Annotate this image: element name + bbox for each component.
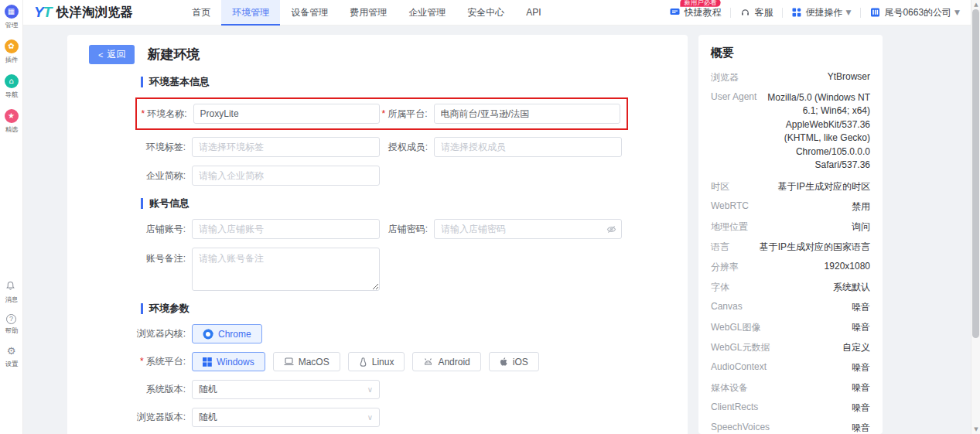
section-env-params: 环境参数 <box>141 303 688 314</box>
summary-row-font: 字体 系统默认 <box>711 281 870 294</box>
linux-icon <box>359 357 367 367</box>
summary-row-webgl-metadata: WebGL元数据 自定义 <box>711 341 870 354</box>
os-platform-macos-button[interactable]: MacOS <box>273 352 340 371</box>
windows-icon <box>203 357 212 367</box>
env-tag-input[interactable] <box>192 137 380 157</box>
navigation-icon: ⌂ <box>5 74 19 88</box>
rail-label: 设置 <box>5 360 18 369</box>
summary-row-speechvoices: SpeechVoices 噪音 <box>711 422 870 434</box>
yt-logo-icon: YT <box>34 4 51 21</box>
support-label: 客服 <box>754 6 773 19</box>
new-user-badge: 新用户必看 <box>681 0 721 6</box>
rail-item-plugin[interactable]: ✿ 插件 <box>5 39 19 65</box>
highlight-box: 环境名称: 所属平台: <box>135 97 628 130</box>
company-icon <box>870 8 880 17</box>
summary-row-language: 语言 基于IP生成对应的国家语言 <box>711 241 870 254</box>
rail-item-messages[interactable]: 消息 <box>5 281 19 305</box>
rail-label: 精选 <box>5 125 18 135</box>
auth-member-label: 授权成员: <box>380 141 428 154</box>
apple-icon <box>500 357 508 367</box>
os-platform-android-label: Android <box>438 357 470 367</box>
nav-security-center[interactable]: 安全中心 <box>456 0 515 26</box>
featured-icon: ★ <box>5 109 19 123</box>
browser-core-chrome-label: Chrome <box>218 329 251 340</box>
rail-item-manage[interactable]: ▦ 管理 <box>5 5 19 30</box>
macos-icon <box>284 357 294 366</box>
rail-label: 插件 <box>5 56 18 65</box>
main-nav: 首页 环境管理 设备管理 费用管理 企业管理 安全中心 API <box>181 0 551 26</box>
auth-member-input[interactable] <box>434 137 622 157</box>
scroll-up-button[interactable]: ▲ <box>971 0 980 9</box>
nav-billing-management[interactable]: 费用管理 <box>339 0 398 26</box>
scroll-down-button[interactable]: ▼ <box>971 425 980 434</box>
nav-api[interactable]: API <box>515 0 551 26</box>
chrome-icon <box>203 329 213 340</box>
scrollbar-thumb[interactable] <box>972 9 979 338</box>
rail-label: 消息 <box>5 296 18 305</box>
manage-icon: ▦ <box>5 5 19 19</box>
chevron-down-icon: ∨ <box>367 413 373 422</box>
browser-core-chrome-button[interactable]: Chrome <box>192 324 262 343</box>
account-menu[interactable]: 尾号0663的公司 ▼ <box>870 6 960 19</box>
section-account-info: 账号信息 <box>141 198 688 209</box>
summary-row-timezone: 时区 基于IP生成对应的时区 <box>711 180 870 193</box>
rail-label: 管理 <box>5 21 18 30</box>
summary-row-clientrects: ClientRects 噪音 <box>711 402 870 415</box>
summary-row-audiocontext: AudioContext 噪音 <box>711 361 870 374</box>
platform-input[interactable] <box>434 104 620 124</box>
os-platform-ios-button[interactable]: iOS <box>489 352 539 371</box>
browser-core-label: 浏览器内核: <box>125 327 186 340</box>
os-platform-ios-label: iOS <box>513 357 528 367</box>
tutorial-label: 快捷教程 <box>684 6 721 19</box>
summary-row-media-devices: 媒体设备 噪音 <box>711 381 870 395</box>
bell-icon <box>5 281 18 293</box>
os-platform-macos-label: MacOS <box>299 357 330 367</box>
summary-row-browser: 浏览器 YtBrowser <box>711 71 870 84</box>
rail-item-featured[interactable]: ★ 精选 <box>5 109 19 135</box>
browser-version-select[interactable]: 随机 ∨ <box>192 408 380 427</box>
topbar-right: 新用户必看 快捷教程 客服 便捷操作 ▼ 尾号0663的公司 <box>670 6 960 19</box>
quick-ops-label: 便捷操作 <box>805 6 842 19</box>
summary-row-geolocation: 地理位置 询问 <box>711 220 870 234</box>
account-note-textarea[interactable] <box>192 248 380 291</box>
shop-password-input[interactable] <box>434 219 622 239</box>
divider <box>782 8 783 18</box>
summary-row-webrtc: WebRTC 禁用 <box>711 200 870 214</box>
shop-account-input[interactable] <box>192 219 380 239</box>
scrollbar-track[interactable]: ▲ ▼ <box>971 0 980 434</box>
env-name-label: 环境名称: <box>139 108 187 121</box>
support-button[interactable]: 客服 <box>740 6 773 19</box>
nav-home[interactable]: 首页 <box>181 0 221 26</box>
browser-version-value: 随机 <box>199 411 217 424</box>
os-platform-windows-label: Windows <box>217 357 254 367</box>
rail-item-help[interactable]: ? 帮助 <box>5 314 19 336</box>
quick-ops-button[interactable]: 便捷操作 ▼ <box>792 6 851 19</box>
os-platform-windows-button[interactable]: Windows <box>192 352 265 371</box>
page-title: 新建环境 <box>147 46 200 63</box>
account-label: 尾号0663的公司 <box>884 6 951 19</box>
tutorial-button[interactable]: 新用户必看 快捷教程 <box>670 6 721 19</box>
plugin-icon: ✿ <box>5 39 19 53</box>
section-basic-info: 环境基本信息 <box>141 77 688 87</box>
company-input[interactable] <box>192 166 380 186</box>
help-icon: ? <box>6 314 16 324</box>
back-button[interactable]: < 返回 <box>89 45 135 64</box>
rail-item-settings[interactable]: ⚙ 设置 <box>5 345 19 369</box>
env-name-input[interactable] <box>193 104 380 124</box>
os-platform-linux-button[interactable]: Linux <box>348 352 405 371</box>
nav-enterprise-management[interactable]: 企业管理 <box>398 0 456 26</box>
gear-icon: ⚙ <box>5 345 18 357</box>
shop-password-label: 店铺密码: <box>380 223 428 236</box>
back-label: 返回 <box>107 48 125 61</box>
os-version-label: 系统版本: <box>125 383 186 396</box>
password-visibility-icon[interactable] <box>606 224 616 234</box>
os-platform-linux-label: Linux <box>372 357 394 367</box>
os-platform-android-button[interactable]: Android <box>412 352 480 371</box>
company-label: 企业简称: <box>125 169 186 183</box>
nav-environment-management[interactable]: 环境管理 <box>221 0 280 26</box>
app-logo[interactable]: YT 快洋淘浏览器 <box>34 4 133 21</box>
brand-name: 快洋淘浏览器 <box>56 5 133 21</box>
os-version-select[interactable]: 随机 ∨ <box>192 380 380 399</box>
nav-device-management[interactable]: 设备管理 <box>280 0 339 26</box>
rail-item-navigation[interactable]: ⌂ 导航 <box>5 74 19 100</box>
